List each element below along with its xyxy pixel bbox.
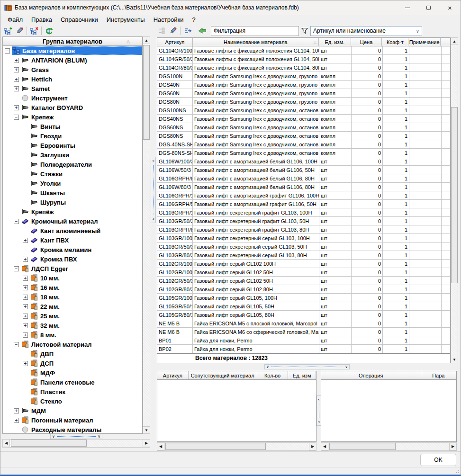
- tree-item[interactable]: Полкодержатели: [3, 160, 142, 169]
- filter-mode-select[interactable]: Артикул или наименование∨: [310, 26, 422, 36]
- grid-column-header[interactable]: Цена: [351, 38, 382, 46]
- grid-column-header[interactable]: Примечание: [408, 38, 441, 46]
- table-row[interactable]: NE M6 BГайка ERICSONA M6 со сферической …: [157, 328, 450, 336]
- scrollbar-thumb[interactable]: [11, 440, 87, 447]
- table-vertical-scrollbar[interactable]: ▲ ▼: [451, 37, 458, 363]
- menu-settings[interactable]: Настройки: [149, 15, 188, 24]
- table-row[interactable]: DGS60NГазовый лифт Samsung Irex с доводч…: [157, 89, 450, 98]
- table-row[interactable]: GL106GRPH/10Газовый лифт с амортизацией …: [157, 191, 450, 200]
- table-row[interactable]: GL103GR/50/3Газовый лифт секретерный сер…: [157, 242, 450, 251]
- tree-item[interactable]: Кант алюминиевый: [3, 226, 142, 235]
- table-row[interactable]: GL105GR/80/1Газовый лифт серый GL105, 80…: [157, 311, 450, 319]
- chevron-left-icon[interactable]: <: [152, 217, 154, 221]
- expand-expander-icon[interactable]: +: [14, 67, 19, 72]
- related-column-header[interactable]: Ед. изм: [288, 371, 316, 379]
- tree-item[interactable]: +МДМ: [3, 406, 142, 415]
- delete-group-button[interactable]: [28, 26, 40, 36]
- grid-column-header[interactable]: Коэф-т: [382, 38, 408, 46]
- chevron-left-icon[interactable]: <: [318, 420, 320, 424]
- table-row[interactable]: GL102GR/50/3Газовый лифт серый GL102 50Н…: [157, 277, 450, 285]
- tree-item[interactable]: Инструмент: [3, 93, 142, 103]
- table-row[interactable]: GL106W/80/3Газовый лифт с амортизацией б…: [157, 183, 450, 191]
- minimize-button[interactable]: [397, 0, 418, 15]
- tree-item[interactable]: −База материалов: [3, 46, 142, 55]
- collapse-expander-icon[interactable]: −: [5, 48, 10, 54]
- table-row[interactable]: DGS-40NS-SHOГазовый лифт Samsung Irex с …: [157, 140, 450, 149]
- scrollbar-thumb[interactable]: [451, 107, 458, 283]
- main-bottom-splitter[interactable]: ∨∨: [155, 364, 459, 370]
- expand-expander-icon[interactable]: +: [23, 238, 28, 243]
- tree-item[interactable]: −Крепеж: [3, 112, 142, 122]
- chevron-left-icon[interactable]: <: [318, 397, 320, 402]
- tree-item[interactable]: +Погонный материал: [3, 415, 142, 425]
- table-row[interactable]: DGS80NГазовый лифт Samsung Irex с доводч…: [157, 98, 450, 106]
- expand-expander-icon[interactable]: +: [23, 314, 28, 319]
- collapse-expander-icon[interactable]: −: [14, 115, 19, 120]
- related-column-header[interactable]: Сопутствующий материал: [189, 371, 257, 379]
- table-row[interactable]: GL103GRPH/10Газовый лифт секретерный гра…: [157, 208, 450, 217]
- table-row[interactable]: DGS80NSГазовый лифт Samsung Irex с довод…: [157, 132, 450, 140]
- tree-item[interactable]: +16 мм.: [3, 283, 142, 292]
- expand-expander-icon[interactable]: +: [23, 304, 28, 309]
- tree-table-splitter[interactable]: <<: [151, 25, 155, 448]
- expand-expander-icon[interactable]: +: [14, 418, 19, 423]
- table-row[interactable]: GL103GR/100/3Газовый лифт секретерный се…: [157, 234, 450, 242]
- scrollbar-thumb[interactable]: [143, 45, 150, 140]
- table-row[interactable]: DGS60NSГазовый лифт Samsung Irex с довод…: [157, 123, 450, 132]
- tree-item[interactable]: +32 мм.: [3, 321, 142, 330]
- edit-material-button[interactable]: [167, 26, 179, 36]
- table-row[interactable]: GL106GRPH/50,Газовый лифт с амортизацией…: [157, 200, 450, 208]
- expand-expander-icon[interactable]: +: [14, 105, 19, 110]
- table-row[interactable]: DGS40NSГазовый лифт Samsung Irex с довод…: [157, 115, 450, 123]
- scroll-up-icon[interactable]: ▲: [143, 36, 150, 44]
- tree-item[interactable]: +ANTARION (BLUM): [3, 55, 142, 65]
- grid-column-header[interactable]: Ед. изм.: [319, 38, 351, 46]
- tree-item[interactable]: Расходные материалы: [3, 425, 142, 434]
- tree-column-header[interactable]: Группа материалов △: [2, 36, 143, 46]
- expand-expander-icon[interactable]: +: [23, 285, 28, 290]
- chevron-left-icon[interactable]: <: [152, 159, 154, 163]
- grid-column-header[interactable]: Наименование материала△: [193, 38, 319, 46]
- tree-item[interactable]: +10 мм.: [3, 273, 142, 283]
- table-row[interactable]: BP02Гайка для ножки, Permoшт01: [157, 345, 450, 353]
- table-row[interactable]: GL103GR/80/3Газовый лифт секретерный сер…: [157, 251, 450, 260]
- tree-item[interactable]: +18 мм.: [3, 292, 142, 302]
- chevron-down-icon[interactable]: ∨: [266, 365, 269, 369]
- tree-item[interactable]: Заглушки: [3, 150, 142, 160]
- tree-vertical-scrollbar[interactable]: ▲ ▼: [143, 36, 150, 434]
- edit-group-button[interactable]: [14, 26, 25, 36]
- scroll-down-icon[interactable]: ▼: [143, 426, 150, 434]
- tree-horizontal-scrollbar[interactable]: ◀ ▶: [2, 439, 150, 448]
- tree-item[interactable]: +ДСП: [3, 359, 142, 368]
- maximize-button[interactable]: [418, 0, 439, 15]
- ok-button[interactable]: OK: [420, 454, 456, 466]
- scroll-left-icon[interactable]: ◀: [321, 442, 328, 450]
- table-row[interactable]: GL106W/100/3Газовый лифт с амортизацией …: [157, 157, 450, 166]
- operations-column-header[interactable]: Операция: [321, 371, 421, 379]
- menu-tools[interactable]: Инструменты: [102, 15, 149, 24]
- collapse-button[interactable]: [156, 26, 167, 36]
- expand-expander-icon[interactable]: +: [14, 58, 19, 63]
- table-row[interactable]: GL104GR/100/3Газовые лифты с фиксацией п…: [157, 46, 450, 55]
- menu-edit[interactable]: Правка: [27, 15, 56, 24]
- table-row[interactable]: GL103GRPH/80,Газовый лифт секретерный гр…: [157, 225, 450, 234]
- tree-item[interactable]: Стяжки: [3, 169, 142, 179]
- filter-input[interactable]: [211, 26, 299, 36]
- scrollbar-thumb[interactable]: [165, 443, 266, 450]
- menu-file[interactable]: Файл: [3, 15, 27, 24]
- tree-item[interactable]: +Кромка ПВХ: [3, 254, 142, 264]
- scroll-left-icon[interactable]: ◀: [157, 442, 164, 450]
- table-row[interactable]: GL104GR/80/3Газовые лифты с фиксацией по…: [157, 63, 450, 72]
- tree-item[interactable]: Панели стеновые: [3, 377, 142, 387]
- table-row[interactable]: BP01Гайка для ножки, Permoшт01: [157, 336, 450, 345]
- table-row[interactable]: GL102GR/100/3Газовый лифт серый GL102 10…: [157, 260, 450, 268]
- move-right-button[interactable]: [182, 26, 193, 36]
- tree-item[interactable]: Пластик: [3, 387, 142, 396]
- table-row[interactable]: DGS100NSГазовый лифт Samsung Irex с дово…: [157, 106, 450, 115]
- tree-item[interactable]: Шурупы: [3, 198, 142, 207]
- tree-item[interactable]: Шканты: [3, 188, 142, 198]
- tree-item[interactable]: −Кромочный материал: [3, 216, 142, 226]
- tree-item[interactable]: −Листовой материал: [3, 340, 142, 349]
- related-column-header[interactable]: Артикул: [157, 371, 189, 379]
- table-row[interactable]: GL102GR/80/3Газовый лифт серый GL102 80Н…: [157, 285, 450, 294]
